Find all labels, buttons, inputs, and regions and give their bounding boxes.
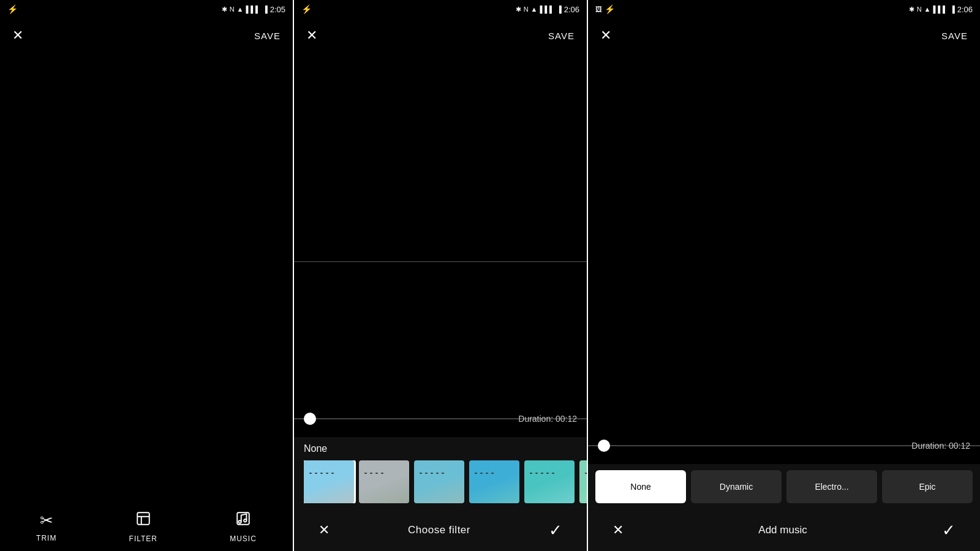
trim-label: TRIM: [36, 534, 56, 542]
music-option-dynamic[interactable]: Dynamic: [691, 470, 782, 503]
music-icon: [235, 511, 251, 531]
music-button[interactable]: MUSIC: [230, 511, 257, 543]
birds-1: [309, 473, 349, 474]
thumb-img-4: [469, 460, 519, 503]
bolt-icon-1: ⚡: [7, 4, 18, 14]
wifi-icon-3: ▲: [924, 6, 931, 13]
status-icons-right-3: ✱ N ▲ ▌▌▌ ▐ 2:06: [909, 5, 973, 14]
signal-icon-2: ▌▌▌: [540, 6, 554, 13]
top-bar-3: ✕ SAVE: [588, 18, 980, 53]
music-option-epic-label: Epic: [919, 482, 935, 492]
thumb-img-6: [579, 460, 587, 503]
video-area-2: [294, 53, 587, 400]
filter-label: FILTER: [129, 534, 157, 543]
music-option-epic[interactable]: Epic: [882, 470, 973, 503]
filter-thumbnails: [304, 460, 587, 503]
svg-point-2: [238, 520, 241, 523]
close-button-1[interactable]: ✕: [12, 29, 23, 42]
music-option-none[interactable]: None: [595, 470, 686, 503]
music-confirm-button[interactable]: ✓: [942, 521, 956, 540]
panel-filter: ⚡ ✱ N ▲ ▌▌▌ ▐ 2:06 ✕ SAVE Duration: 00:1…: [294, 0, 588, 551]
close-button-2[interactable]: ✕: [306, 29, 317, 42]
top-bar-1: ✕ SAVE: [0, 18, 293, 53]
close-button-3[interactable]: ✕: [600, 29, 611, 42]
bluetooth-icon-3: ✱: [909, 6, 914, 13]
birds-3: [419, 473, 459, 474]
status-icons-1: ✱ N ▲ ▌▌▌ ▐ 2:05: [222, 5, 285, 14]
birds-6: [584, 473, 587, 474]
panel-trim: ⚡ ✱ N ▲ ▌▌▌ ▐ 2:05 ✕ SAVE ✂ TRIM: [0, 0, 294, 551]
status-bar-2: ⚡ ✱ N ▲ ▌▌▌ ▐ 2:06: [294, 0, 587, 18]
battery-icon-1: ▐: [263, 6, 268, 13]
filter-thumb-3[interactable]: [414, 460, 464, 503]
music-label: MUSIC: [230, 534, 257, 543]
status-bar-3: 🖼 ⚡ ✱ N ▲ ▌▌▌ ▐ 2:06: [588, 0, 980, 18]
scrubber-3: Duration: 00:12: [588, 427, 980, 464]
save-button-1[interactable]: SAVE: [254, 31, 281, 41]
nfc-icon-1: N: [230, 6, 235, 13]
filter-button[interactable]: FILTER: [129, 511, 157, 543]
signal-icon-3: ▌▌▌: [933, 6, 948, 13]
svg-point-3: [244, 519, 246, 522]
time-3: 2:06: [957, 5, 973, 14]
thumb-img-5: [524, 460, 575, 503]
bolt-icon-2: ⚡: [301, 4, 312, 14]
filter-thumb-5[interactable]: [524, 460, 575, 503]
filter-section: None: [294, 437, 587, 509]
wifi-icon-2: ▲: [531, 6, 538, 13]
bolt-icon-3: ⚡: [605, 4, 615, 14]
add-music-label: Add music: [758, 524, 807, 536]
filter-thumb-1[interactable]: [304, 460, 354, 503]
birds-2: [364, 473, 404, 474]
status-icons-2: ✱ N ▲ ▌▌▌ ▐ 2:06: [516, 5, 579, 14]
time-1: 2:05: [270, 5, 285, 14]
music-option-none-label: None: [630, 482, 650, 492]
filter-thumb-4[interactable]: [469, 460, 519, 503]
duration-label-2: Duration: 00:12: [518, 414, 577, 424]
filter-confirm-button[interactable]: ✓: [549, 521, 562, 540]
filter-icon: [135, 511, 151, 531]
thumb-img-2: [359, 460, 409, 503]
video-area-1: [0, 53, 293, 502]
music-option-dynamic-label: Dynamic: [720, 482, 753, 492]
thumb-img-1: [304, 460, 354, 503]
duration-label-3: Duration: 00:12: [911, 441, 970, 451]
choose-filter-title: Choose filter: [408, 524, 470, 536]
photo-icon-3: 🖼: [595, 6, 602, 13]
trim-icon: ✂: [40, 511, 53, 530]
music-option-electro[interactable]: Electro...: [786, 470, 877, 503]
birds-4: [474, 473, 514, 474]
save-button-3[interactable]: SAVE: [941, 31, 968, 41]
birds-5: [529, 473, 570, 474]
video-area-3: [588, 53, 980, 427]
status-icons-left-3: 🖼 ⚡: [595, 4, 615, 14]
music-option-electro-label: Electro...: [815, 482, 848, 492]
battery-icon-2: ▐: [557, 6, 562, 13]
filter-bottom-bar: ✕ Choose filter ✓: [294, 509, 587, 551]
scrubber-thumb-2[interactable]: [304, 413, 316, 425]
h-divider: [294, 261, 587, 262]
save-button-2[interactable]: SAVE: [548, 31, 575, 41]
status-bar-1: ⚡ ✱ N ▲ ▌▌▌ ▐ 2:05: [0, 0, 293, 18]
bluetooth-icon-2: ✱: [516, 6, 521, 13]
add-music-bar: ✕ Add music ✓: [588, 509, 980, 551]
music-options: None Dynamic Electro... Epic: [588, 464, 980, 509]
filter-none-label: None: [304, 443, 587, 454]
nfc-icon-2: N: [524, 6, 529, 13]
battery-icon-3: ▐: [950, 6, 955, 13]
signal-icon-1: ▌▌▌: [246, 6, 260, 13]
music-close-button[interactable]: ✕: [612, 522, 624, 538]
filter-close-button[interactable]: ✕: [318, 522, 330, 538]
bottom-toolbar-1: ✂ TRIM FILTER MUSIC: [0, 502, 293, 551]
bluetooth-icon-1: ✱: [222, 6, 227, 13]
scrubber-2: Duration: 00:12: [294, 400, 587, 437]
svg-rect-0: [137, 512, 149, 525]
thumb-img-3: [414, 460, 464, 503]
filter-thumb-2[interactable]: [359, 460, 409, 503]
panel-music: 🖼 ⚡ ✱ N ▲ ▌▌▌ ▐ 2:06 ✕ SAVE Duration: 00…: [588, 0, 980, 551]
time-2: 2:06: [564, 5, 579, 14]
wifi-icon-1: ▲: [237, 6, 244, 13]
filter-thumb-6[interactable]: [579, 460, 587, 503]
scrubber-thumb-3[interactable]: [598, 440, 610, 452]
trim-button[interactable]: ✂ TRIM: [36, 511, 56, 542]
